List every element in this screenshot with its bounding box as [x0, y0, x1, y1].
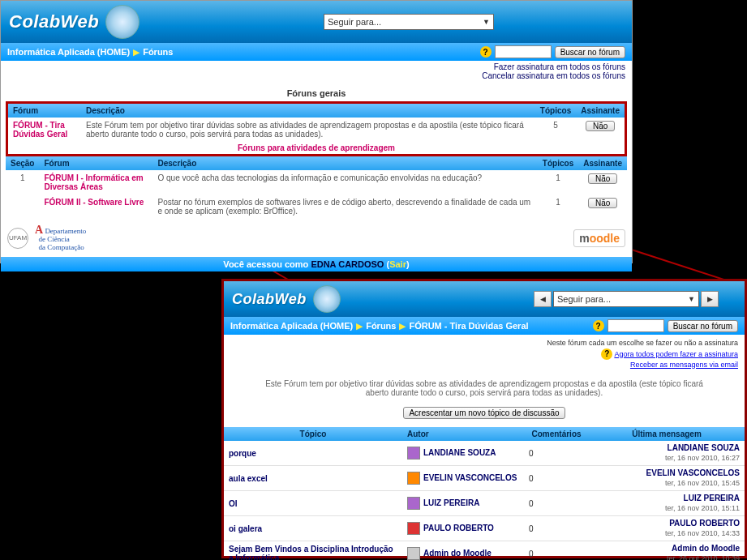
forum-description: Este Fórum tem por objetivo tirar dúvida…	[224, 374, 745, 402]
subscribe-no-button[interactable]: Não	[586, 121, 615, 131]
site-logo-text: ColabWeb	[9, 11, 99, 32]
forum-search-input[interactable]	[607, 319, 664, 332]
col-forum: Fórum	[39, 156, 152, 170]
breadcrumb-sep: ▶	[356, 321, 363, 331]
author-cell: LANDIANE SOUZA	[402, 441, 524, 466]
breadcrumb-home[interactable]: Informática Aplicada (HOME)	[7, 47, 130, 57]
topic-link[interactable]: OI	[224, 491, 402, 516]
forum-topics-cell: 1	[538, 195, 578, 219]
table-row: aula excelEVELIN VASCONCELOS0EVELIN VASC…	[224, 466, 745, 491]
jump-to-select[interactable]: Seguir para... ▼	[324, 14, 494, 30]
topic-link[interactable]: Sejam Bem Vindos a Disciplina Introdução…	[224, 541, 402, 560]
help-icon[interactable]: ?	[601, 348, 612, 360]
col-last: Última mensagem	[589, 427, 745, 441]
table-row: Sejam Bem Vindos a Disciplina Introdução…	[224, 541, 745, 560]
author-name[interactable]: LUIZ PEREIRA	[423, 498, 479, 507]
last-date: ter, 16 nov 2010, 15:45	[665, 479, 740, 487]
breadcrumb-sep: ▶	[133, 47, 140, 58]
jump-to-placeholder: Seguir para...	[328, 17, 381, 27]
breadcrumb-forums[interactable]: Fóruns	[143, 47, 173, 57]
forum-name-cell[interactable]: FÓRUM II - Software Livre	[39, 195, 152, 219]
table-row: OILUIZ PEREIRA0LUIZ PEREIRAter, 16 nov 2…	[224, 491, 745, 516]
comments-cell: 0	[524, 516, 589, 541]
last-author[interactable]: EVELIN VASCONCELOS	[594, 468, 740, 478]
last-author[interactable]: LUIZ PEREIRA	[594, 494, 740, 503]
breadcrumb-home[interactable]: Informática Aplicada (HOME)	[230, 321, 353, 331]
forum-search-button[interactable]: Buscar no fórum	[555, 46, 625, 58]
author-name[interactable]: PAULO ROBERTO	[423, 524, 494, 532]
subscribe-no-button[interactable]: Não	[588, 198, 617, 208]
author-cell: EVELIN VASCONCELOS	[402, 466, 524, 491]
subscribe-all-link[interactable]: Fazer assinatura em todos os fóruns	[7, 62, 625, 71]
help-icon[interactable]: ?	[480, 46, 492, 58]
info-line: Neste fórum cada um escolhe se fazer ou …	[230, 338, 738, 348]
general-forums-table: Fórum Descrição Tópicos Assinante FÓRUM …	[8, 104, 625, 142]
avatar-icon	[407, 547, 420, 560]
table-row: 1 FÓRUM I - Informática em Diversas Área…	[6, 170, 627, 195]
info-link[interactable]: Agora todos podem fazer a assinatura	[614, 350, 738, 358]
help-icon[interactable]: ?	[593, 320, 604, 331]
heading-gerais: Fóruns gerais	[6, 85, 627, 101]
last-author[interactable]: Admin do Moodle	[594, 544, 740, 554]
author-cell: PAULO ROBERTO	[402, 516, 524, 541]
subscription-info: Neste fórum cada um escolhe se fazer ou …	[224, 335, 745, 374]
last-author[interactable]: LANDIANE SOUZA	[594, 443, 740, 453]
jump-to-placeholder: Seguir para...	[557, 294, 611, 304]
col-topic: Tópico	[224, 427, 402, 441]
section-cell: 1	[6, 170, 39, 195]
author-name[interactable]: LANDIANE SOUZA	[423, 448, 496, 457]
jump-to-select[interactable]: Seguir para... ▼	[553, 291, 699, 307]
col-subscriber: Assinante	[578, 156, 627, 170]
info-link[interactable]: Receber as mensagens via email	[630, 361, 738, 369]
author-name[interactable]: Admin do Moodle	[423, 549, 492, 558]
nav-next-button[interactable]: ▶	[701, 291, 719, 307]
logout-link[interactable]: Sair	[389, 259, 406, 269]
topic-link[interactable]: porque	[224, 441, 402, 466]
table-row: FÓRUM II - Software Livre Postar no fóru…	[6, 195, 627, 219]
site-logo-text: ColabWeb	[232, 291, 307, 308]
last-message-cell: LUIZ PEREIRAter, 16 nov 2010, 15:11	[589, 491, 745, 516]
forum-name-cell[interactable]: FÓRUM - Tira Dúvidas Geral	[8, 118, 81, 142]
dept-text: A Departamento de Ciência da Computação	[35, 224, 86, 252]
login-user[interactable]: EDNA CARDOSO	[311, 259, 384, 269]
forum-search-input[interactable]	[495, 45, 552, 58]
table-row: oi galeraPAULO ROBERTO0PAULO ROBERTOter,…	[224, 516, 745, 541]
col-desc: Descrição	[81, 104, 535, 118]
forum-search-button[interactable]: Buscar no fórum	[668, 320, 738, 332]
topics-table: Tópico Autor Comentários Última mensagem…	[224, 427, 745, 560]
forum-name-cell[interactable]: FÓRUM I - Informática em Diversas Áreas	[39, 170, 152, 195]
ufam-logo-icon: UFAM	[7, 228, 28, 249]
forum-desc-cell: Postar no fórum exemplos de softwares li…	[152, 195, 537, 219]
breadcrumb-forums[interactable]: Fóruns	[366, 321, 396, 331]
author-name[interactable]: EVELIN VASCONCELOS	[423, 473, 517, 482]
col-forum: Fórum	[8, 104, 81, 118]
header-bar: ColabWeb Seguir para... ▼	[1, 1, 632, 43]
col-section: Seção	[6, 156, 39, 170]
unsubscribe-all-link[interactable]: Cancelar assinatura em todos os fóruns	[7, 71, 625, 80]
login-status-bar: Você acessou como EDNA CARDOSO (Sair)	[1, 257, 632, 271]
highlighted-forum-box: Fórum Descrição Tópicos Assinante FÓRUM …	[6, 101, 627, 156]
last-date: ter, 16 nov 2010, 14:33	[665, 529, 740, 537]
avatar-icon	[407, 447, 420, 460]
breadcrumb-current: FÓRUM - Tira Dúvidas Geral	[409, 321, 528, 331]
last-message-cell: EVELIN VASCONCELOSter, 16 nov 2010, 15:4…	[589, 466, 745, 491]
forum-desc-cell: Este Fórum tem por objetivo tirar dúvida…	[81, 118, 535, 142]
subscribe-links: Fazer assinatura em todos os fóruns Canc…	[1, 61, 632, 85]
swirl-logo-icon	[105, 5, 140, 39]
subscribe-no-button[interactable]: Não	[588, 173, 617, 184]
login-prefix: Você acessou como	[223, 259, 311, 269]
comments-cell: 0	[524, 441, 589, 466]
last-author[interactable]: PAULO ROBERTO	[594, 519, 740, 528]
nav-prev-button[interactable]: ◀	[534, 291, 552, 307]
topic-link[interactable]: oi galera	[224, 516, 402, 541]
heading-ativ: Fóruns para atividades de aprendizagem	[8, 142, 625, 154]
topic-link[interactable]: aula excel	[224, 466, 402, 491]
col-author: Autor	[402, 427, 524, 441]
activity-forums-table: Seção Fórum Descrição Tópicos Assinante …	[6, 156, 627, 219]
comments-cell: 0	[524, 466, 589, 491]
add-topic-button[interactable]: Acrescentar um novo tópico de discussão	[403, 407, 565, 419]
moodle-logo[interactable]: moodle	[573, 229, 625, 247]
swirl-logo-icon	[313, 285, 341, 313]
last-date: ter, 16 nov 2010, 16:27	[665, 454, 740, 462]
table-row: FÓRUM - Tira Dúvidas Geral Este Fórum te…	[8, 118, 625, 142]
